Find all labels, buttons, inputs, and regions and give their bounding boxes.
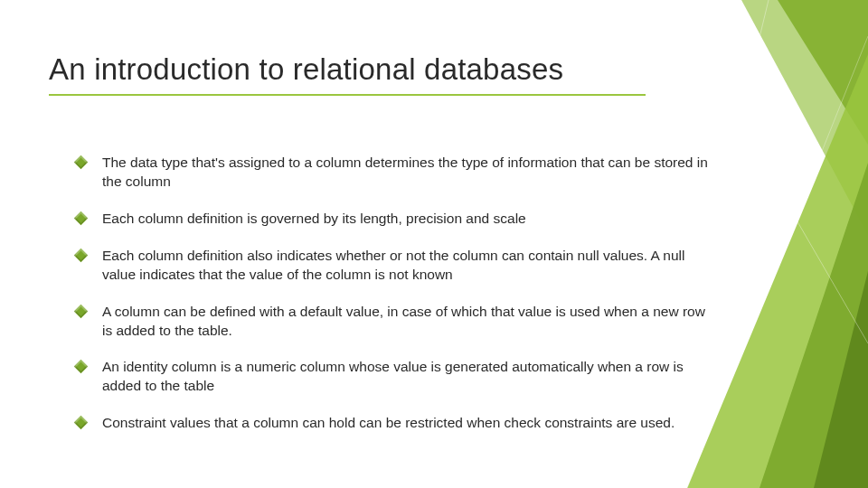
list-item-text: Constraint values that a column can hold…	[102, 414, 709, 433]
list-item: An identity column is a numeric column w…	[76, 358, 709, 396]
svg-marker-2	[687, 54, 868, 488]
diamond-bullet-icon	[74, 416, 89, 430]
list-item: Each column definition is governed by it…	[76, 210, 709, 229]
svg-marker-4	[814, 271, 868, 488]
diamond-bullet-icon	[74, 155, 89, 170]
slide-title: An introduction to relational databases	[49, 52, 563, 87]
svg-marker-1	[741, 0, 868, 235]
slide: An introduction to relational databases …	[0, 0, 868, 488]
list-item-text: Each column definition also indicates wh…	[102, 247, 709, 285]
list-item: Constraint values that a column can hold…	[76, 414, 709, 433]
bullet-list: The data type that's assigned to a colum…	[76, 154, 709, 451]
list-item-text: A column can be defined with a default v…	[102, 303, 709, 341]
list-item: The data type that's assigned to a colum…	[76, 154, 709, 192]
diamond-bullet-icon	[74, 248, 89, 262]
diamond-bullet-icon	[74, 211, 89, 226]
svg-line-7	[687, 36, 868, 488]
list-item: A column can be defined with a default v…	[76, 303, 709, 341]
diamond-bullet-icon	[74, 304, 89, 318]
svg-marker-0	[778, 0, 868, 145]
title-underline	[49, 94, 646, 96]
diamond-bullet-icon	[74, 360, 89, 374]
list-item-text: An identity column is a numeric column w…	[102, 358, 709, 396]
svg-marker-3	[760, 163, 868, 488]
list-item: Each column definition also indicates wh…	[76, 247, 709, 285]
list-item-text: Each column definition is governed by it…	[102, 210, 709, 229]
list-item-text: The data type that's assigned to a colum…	[102, 154, 709, 192]
